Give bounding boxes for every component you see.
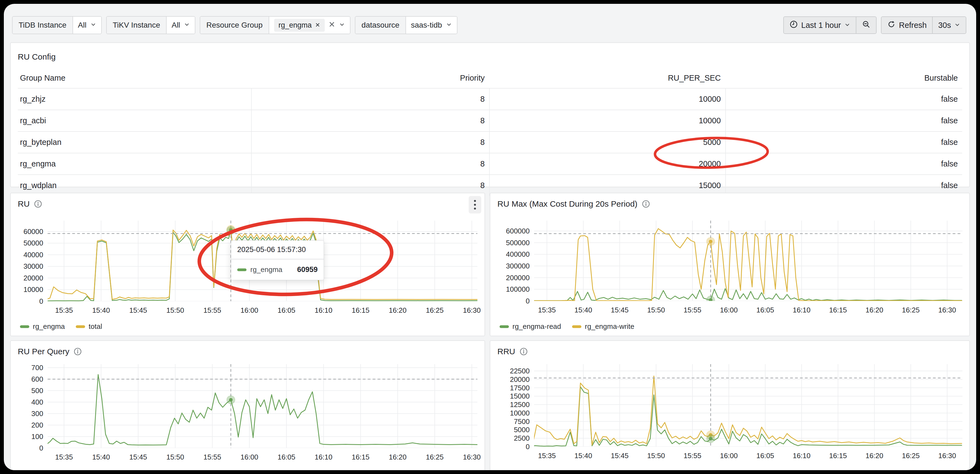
- column-header-burstable: Burstable: [725, 69, 962, 88]
- x-axis-tick-label: 15:45: [122, 306, 154, 315]
- x-axis-tick-label: 16:00: [713, 306, 745, 314]
- variable-filters: TiDB Instance All TiKV Instance All Reso…: [12, 16, 457, 34]
- x-axis-tick-label: 16:15: [822, 306, 854, 314]
- x-axis-tick-label: 15:35: [530, 306, 563, 314]
- info-icon[interactable]: [73, 347, 82, 356]
- filter-tikv-instance-selected: All: [172, 21, 180, 30]
- table-cell: 10000: [489, 89, 725, 109]
- tooltip-series-value: 60959: [297, 265, 318, 274]
- refresh-interval-button[interactable]: 30s: [932, 17, 966, 33]
- series-color-pill: [237, 268, 247, 271]
- table-cell: 5000: [489, 132, 725, 153]
- y-axis-tick-label: 500000: [490, 239, 530, 247]
- y-axis-tick-label: 2500: [490, 434, 530, 442]
- y-axis-tick-label: 300: [11, 410, 43, 417]
- legend-color-pill: [572, 325, 581, 328]
- x-axis-tick-label: 16:05: [270, 453, 303, 461]
- filter-resource-group-value[interactable]: rg_engma: [269, 17, 350, 33]
- y-axis-tick-label: 600000: [490, 227, 530, 235]
- time-range-label: Last 1 hour: [801, 21, 841, 30]
- table-cell: 8: [251, 89, 489, 109]
- x-axis-tick-label: 15:50: [159, 453, 192, 461]
- x-axis-tick-label: 16:30: [455, 453, 488, 461]
- x-axis-tick-label: 16:20: [858, 306, 891, 314]
- legend-item-total[interactable]: total: [76, 322, 102, 331]
- chevron-down-icon: [446, 21, 452, 30]
- rpq-chart-plot[interactable]: [48, 364, 477, 448]
- info-icon[interactable]: [642, 200, 650, 208]
- table-cell: rg_zhjz: [18, 89, 251, 109]
- x-axis-tick-label: 15:55: [196, 453, 229, 461]
- ru-config-table: Group Name Priority RU_PER_SEC Burstable…: [18, 69, 962, 196]
- legend-label: rg_engma: [33, 322, 65, 331]
- chevron-down-icon: [90, 21, 96, 30]
- y-axis-tick-label: 10000: [11, 286, 43, 293]
- y-axis-tick-label: 60000: [11, 228, 43, 235]
- y-axis-tick-label: 600: [11, 375, 43, 383]
- refresh-icon: [887, 20, 896, 31]
- x-axis-tick-label: 15:35: [530, 452, 563, 460]
- filter-resource-group[interactable]: Resource Group rg_engma: [200, 16, 350, 34]
- time-range-button[interactable]: Last 1 hour: [784, 17, 856, 33]
- x-axis-tick-label: 15:35: [48, 306, 80, 315]
- filter-datasource[interactable]: datasource saas-tidb: [355, 16, 457, 34]
- ru-panel: RU 2025-05-06 15:57:30 rg_engma 60959 01…: [10, 193, 485, 336]
- x-axis-tick-label: 16:20: [381, 306, 414, 315]
- panel-title: RU Per Query: [18, 347, 69, 356]
- filter-tidb-instance-value[interactable]: All: [73, 17, 101, 33]
- info-icon[interactable]: [520, 347, 528, 356]
- table-cell: 20000: [489, 153, 725, 174]
- chart-tooltip: 2025-05-06 15:57:30 rg_engma 60959: [231, 240, 324, 280]
- panel-title: RRU: [497, 347, 515, 356]
- y-axis-tick-label: 10000: [490, 409, 530, 417]
- filter-datasource-value[interactable]: saas-tidb: [406, 17, 457, 33]
- clear-selection-icon[interactable]: [329, 21, 335, 30]
- refresh-label: Refresh: [899, 21, 927, 30]
- y-axis-tick-label: 0: [11, 297, 43, 305]
- y-axis-tick-label: 40000: [11, 251, 43, 258]
- legend-item-rg_engma[interactable]: rg_engma: [20, 322, 65, 331]
- info-icon[interactable]: [34, 200, 42, 208]
- refresh-interval-value: 30s: [938, 21, 951, 30]
- x-axis-tick-label: 16:00: [233, 453, 266, 461]
- refresh-button[interactable]: Refresh: [881, 17, 932, 33]
- y-axis-tick-label: 700: [11, 364, 43, 371]
- filter-datasource-label: datasource: [355, 17, 406, 33]
- x-axis-tick-label: 15:50: [640, 306, 673, 314]
- rumax-chart-plot[interactable]: [534, 220, 963, 301]
- legend-item-rg_engma-write[interactable]: rg_engma-write: [572, 322, 635, 331]
- panel-menu-button[interactable]: [469, 196, 481, 214]
- x-axis-tick-label: 15:55: [196, 306, 229, 315]
- x-axis-tick-label: 16:15: [344, 453, 377, 461]
- table-cell: rg_engma: [18, 153, 251, 174]
- filter-tikv-instance[interactable]: TiKV Instance All: [106, 16, 195, 34]
- table-row: rg_byteplan85000false: [18, 131, 962, 153]
- legend-item-rg_engma-read[interactable]: rg_engma-read: [500, 322, 561, 331]
- table-row: rg_engma820000false: [18, 153, 962, 174]
- legend-color-pill: [500, 325, 509, 328]
- rru-chart-plot[interactable]: [534, 364, 963, 447]
- x-axis-tick-label: 15:50: [640, 452, 673, 460]
- panel-title: RU Config: [18, 52, 56, 62]
- x-axis-tick-label: 15:35: [48, 453, 80, 461]
- table-cell: rg_acbi: [18, 110, 251, 131]
- filter-tikv-instance-value[interactable]: All: [167, 17, 195, 33]
- filter-tidb-instance[interactable]: TiDB Instance All: [12, 16, 102, 34]
- time-controls: Last 1 hour: [783, 16, 877, 34]
- x-axis-tick-label: 16:20: [858, 452, 891, 460]
- filter-tidb-instance-label: TiDB Instance: [13, 17, 73, 33]
- table-cell: 8: [251, 153, 489, 174]
- table-row: rg_acbi810000false: [18, 109, 962, 131]
- y-axis-tick-label: 0: [11, 444, 43, 452]
- x-axis-tick-label: 16:05: [749, 306, 782, 314]
- x-axis-tick-label: 15:45: [603, 306, 636, 314]
- selected-resource-group-tag[interactable]: rg_engma: [274, 19, 325, 32]
- y-axis-tick-label: 22500: [490, 367, 530, 375]
- panel-title: RU: [18, 199, 30, 209]
- zoom-out-icon: [862, 20, 870, 31]
- remove-tag-icon[interactable]: [315, 21, 320, 30]
- column-header-group-name: Group Name: [18, 69, 251, 88]
- zoom-out-button[interactable]: [856, 17, 876, 33]
- x-axis-tick-label: 16:05: [270, 306, 303, 315]
- x-axis-tick-label: 15:40: [85, 453, 118, 461]
